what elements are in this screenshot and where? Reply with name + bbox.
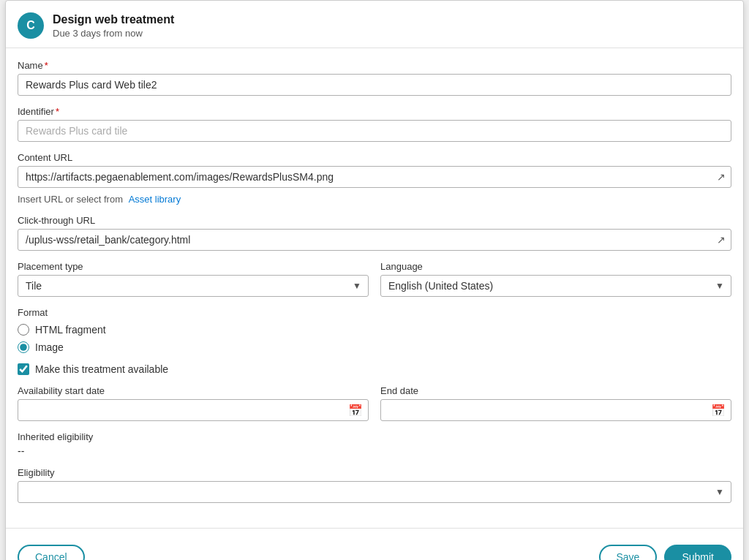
make-available-checkbox-item[interactable]: Make this treatment available <box>18 363 731 375</box>
placement-type-wrapper: Tile Banner Popup ▼ <box>18 275 369 297</box>
format-html-option[interactable]: HTML fragment <box>18 324 731 336</box>
make-available-checkbox[interactable] <box>18 363 29 375</box>
external-link-icon[interactable]: ↗ <box>717 171 726 183</box>
clickthrough-url-label: Click-through URL <box>18 215 731 226</box>
content-url-label: Content URL <box>18 152 731 163</box>
start-date-group: Availability start date 📅 <box>18 385 369 421</box>
content-url-input[interactable] <box>18 166 731 188</box>
footer-right-buttons: Save Submit <box>599 545 732 560</box>
placement-language-row: Placement type Tile Banner Popup ▼ Langu… <box>18 261 731 307</box>
identifier-label: Identifier* <box>18 106 731 117</box>
name-input[interactable] <box>18 74 731 96</box>
eligibility-label: Eligibility <box>18 467 731 478</box>
clickthrough-external-link-icon[interactable]: ↗ <box>717 234 726 246</box>
modal-title: Design web treatment <box>53 13 174 26</box>
end-date-calendar-icon[interactable]: 📅 <box>711 404 726 417</box>
modal-container: C Design web treatment Due 3 days from n… <box>5 0 744 560</box>
clickthrough-url-input[interactable] <box>18 229 731 251</box>
language-label: Language <box>380 261 731 272</box>
clickthrough-url-wrapper: ↗ <box>18 229 731 251</box>
avatar: C <box>18 12 44 39</box>
eligibility-select[interactable] <box>18 481 731 503</box>
asset-library-row: Insert URL or select from Asset library <box>18 194 731 205</box>
language-wrapper: English (United States) French Spanish ▼ <box>380 275 731 297</box>
submit-button[interactable]: Submit <box>664 545 731 560</box>
modal-body: Name* Identifier* Content URL ↗ Insert U… <box>6 48 743 522</box>
make-available-label: Make this treatment available <box>35 363 168 375</box>
footer-divider <box>6 528 743 529</box>
content-url-group: Content URL ↗ <box>18 152 731 188</box>
placement-type-label: Placement type <box>18 261 369 272</box>
placement-type-select[interactable]: Tile Banner Popup <box>18 275 369 297</box>
format-group: Format HTML fragment Image <box>18 307 731 353</box>
eligibility-group: Eligibility ▼ <box>18 467 731 503</box>
name-label: Name* <box>18 60 731 71</box>
inherited-eligibility-label: Inherited eligibility <box>18 431 731 442</box>
identifier-group: Identifier* <box>18 106 731 142</box>
start-date-calendar-icon[interactable]: 📅 <box>348 404 363 417</box>
clickthrough-url-group: Click-through URL ↗ <box>18 215 731 251</box>
header-text: Design web treatment Due 3 days from now <box>53 13 174 39</box>
language-group: Language English (United States) French … <box>380 261 731 297</box>
end-date-group: End date 📅 <box>380 385 731 421</box>
start-date-wrapper: 📅 <box>18 399 369 421</box>
format-html-label: HTML fragment <box>35 324 106 336</box>
end-date-input[interactable] <box>380 399 731 421</box>
modal-subtitle: Due 3 days from now <box>53 28 174 39</box>
format-radio-group: HTML fragment Image <box>18 324 731 353</box>
eligibility-wrapper: ▼ <box>18 481 731 503</box>
modal-footer: Cancel Save Submit <box>6 537 743 560</box>
content-url-wrapper: ↗ <box>18 166 731 188</box>
inherited-eligibility-group: Inherited eligibility -- <box>18 431 731 457</box>
start-date-input[interactable] <box>18 399 369 421</box>
format-html-radio[interactable] <box>18 324 29 336</box>
format-image-radio[interactable] <box>18 341 29 353</box>
modal-header: C Design web treatment Due 3 days from n… <box>6 1 743 48</box>
save-button[interactable]: Save <box>599 545 658 560</box>
dates-row: Availability start date 📅 End date 📅 <box>18 385 731 431</box>
identifier-input[interactable] <box>18 120 731 142</box>
placement-type-group: Placement type Tile Banner Popup ▼ <box>18 261 369 297</box>
asset-library-link[interactable]: Asset library <box>129 194 181 205</box>
format-image-label: Image <box>35 341 64 353</box>
language-select[interactable]: English (United States) French Spanish <box>380 275 731 297</box>
name-group: Name* <box>18 60 731 96</box>
end-date-label: End date <box>380 385 731 396</box>
format-label: Format <box>18 307 731 318</box>
format-image-option[interactable]: Image <box>18 341 731 353</box>
inherited-eligibility-value: -- <box>18 445 731 457</box>
end-date-wrapper: 📅 <box>380 399 731 421</box>
start-date-label: Availability start date <box>18 385 369 396</box>
cancel-button[interactable]: Cancel <box>18 545 85 560</box>
